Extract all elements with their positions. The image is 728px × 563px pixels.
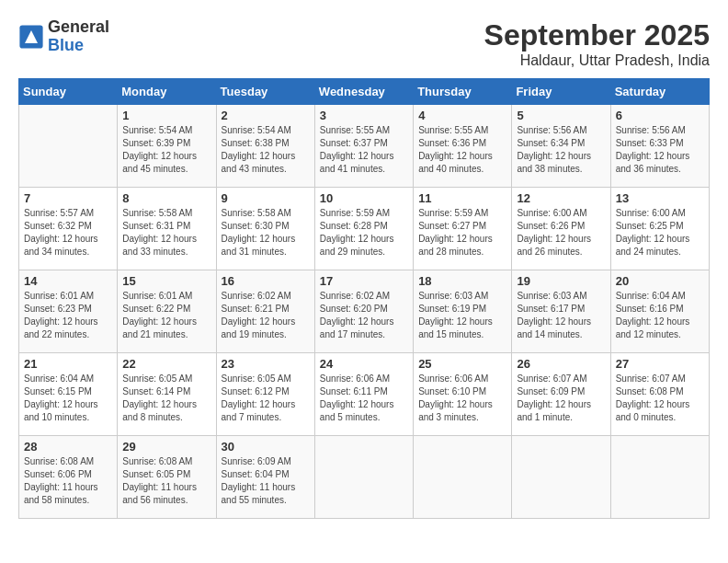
header: General Blue September 2025 Haldaur, Utt… xyxy=(18,18,710,69)
day-info: Sunrise: 6:02 AMSunset: 6:21 PMDaylight:… xyxy=(222,290,310,341)
calendar-cell: 19Sunrise: 6:03 AMSunset: 6:17 PMDayligh… xyxy=(512,270,610,353)
calendar-cell xyxy=(512,436,610,519)
day-info: Sunrise: 5:58 AMSunset: 6:30 PMDaylight:… xyxy=(222,207,310,259)
weekday-header-saturday: Saturday xyxy=(610,79,709,105)
weekday-header-sunday: Sunday xyxy=(19,79,118,105)
calendar-cell: 20Sunrise: 6:04 AMSunset: 6:16 PMDayligh… xyxy=(610,270,709,353)
day-number: 3 xyxy=(320,109,408,122)
day-number: 22 xyxy=(122,357,210,371)
calendar-cell: 26Sunrise: 6:07 AMSunset: 6:09 PMDayligh… xyxy=(512,353,610,436)
calendar-cell: 11Sunrise: 5:59 AMSunset: 6:27 PMDayligh… xyxy=(414,188,512,270)
calendar-cell: 17Sunrise: 6:02 AMSunset: 6:20 PMDayligh… xyxy=(314,270,413,353)
day-info: Sunrise: 6:07 AMSunset: 6:09 PMDaylight:… xyxy=(517,373,605,424)
calendar-cell: 6Sunrise: 5:56 AMSunset: 6:33 PMDaylight… xyxy=(610,105,709,188)
calendar-cell: 27Sunrise: 6:07 AMSunset: 6:08 PMDayligh… xyxy=(610,353,709,436)
calendar-cell: 15Sunrise: 6:01 AMSunset: 6:22 PMDayligh… xyxy=(118,270,216,353)
day-info: Sunrise: 6:05 AMSunset: 6:14 PMDaylight:… xyxy=(122,373,210,424)
day-info: Sunrise: 6:03 AMSunset: 6:17 PMDaylight:… xyxy=(517,290,605,341)
title-area: September 2025 Haldaur, Uttar Pradesh, I… xyxy=(484,18,710,69)
calendar-table: SundayMondayTuesdayWednesdayThursdayFrid… xyxy=(18,78,710,519)
day-number: 25 xyxy=(418,357,506,371)
day-number: 12 xyxy=(517,191,605,205)
calendar-cell: 16Sunrise: 6:02 AMSunset: 6:21 PMDayligh… xyxy=(216,270,314,353)
calendar-cell xyxy=(314,436,413,519)
day-info: Sunrise: 5:54 AMSunset: 6:38 PMDaylight:… xyxy=(222,124,310,176)
day-number: 14 xyxy=(24,274,112,288)
day-number: 19 xyxy=(517,274,605,288)
day-number: 13 xyxy=(616,191,704,205)
page-title: September 2025 xyxy=(484,18,710,52)
logo-text: General Blue xyxy=(48,18,109,55)
day-info: Sunrise: 6:04 AMSunset: 6:16 PMDaylight:… xyxy=(616,290,704,341)
logo: General Blue xyxy=(18,18,109,55)
day-number: 21 xyxy=(24,357,112,371)
calendar-cell xyxy=(19,105,118,188)
day-info: Sunrise: 6:01 AMSunset: 6:22 PMDaylight:… xyxy=(122,290,210,341)
calendar-cell: 7Sunrise: 5:57 AMSunset: 6:32 PMDaylight… xyxy=(19,188,118,270)
calendar-cell: 8Sunrise: 5:58 AMSunset: 6:31 PMDaylight… xyxy=(118,188,216,270)
day-info: Sunrise: 6:08 AMSunset: 6:06 PMDaylight:… xyxy=(24,455,112,507)
day-number: 5 xyxy=(517,109,605,122)
calendar-cell: 14Sunrise: 6:01 AMSunset: 6:23 PMDayligh… xyxy=(19,270,118,353)
day-info: Sunrise: 6:00 AMSunset: 6:25 PMDaylight:… xyxy=(616,207,704,259)
weekday-header-row: SundayMondayTuesdayWednesdayThursdayFrid… xyxy=(19,79,710,105)
calendar-cell: 13Sunrise: 6:00 AMSunset: 6:25 PMDayligh… xyxy=(610,188,709,270)
calendar-cell: 28Sunrise: 6:08 AMSunset: 6:06 PMDayligh… xyxy=(19,436,118,519)
day-number: 15 xyxy=(122,274,210,288)
calendar-cell: 18Sunrise: 6:03 AMSunset: 6:19 PMDayligh… xyxy=(414,270,512,353)
week-row-3: 14Sunrise: 6:01 AMSunset: 6:23 PMDayligh… xyxy=(19,270,710,353)
calendar-cell: 1Sunrise: 5:54 AMSunset: 6:39 PMDaylight… xyxy=(118,105,216,188)
day-info: Sunrise: 6:00 AMSunset: 6:26 PMDaylight:… xyxy=(517,207,605,259)
day-number: 1 xyxy=(122,109,210,122)
day-info: Sunrise: 6:06 AMSunset: 6:10 PMDaylight:… xyxy=(418,373,506,424)
weekday-header-tuesday: Tuesday xyxy=(216,79,314,105)
day-info: Sunrise: 5:59 AMSunset: 6:28 PMDaylight:… xyxy=(320,207,408,259)
day-number: 23 xyxy=(222,357,310,371)
calendar-cell: 9Sunrise: 5:58 AMSunset: 6:30 PMDaylight… xyxy=(216,188,314,270)
day-number: 6 xyxy=(616,109,704,122)
day-number: 17 xyxy=(320,274,408,288)
day-info: Sunrise: 6:05 AMSunset: 6:12 PMDaylight:… xyxy=(222,373,310,424)
calendar-cell: 10Sunrise: 5:59 AMSunset: 6:28 PMDayligh… xyxy=(314,188,413,270)
day-number: 26 xyxy=(517,357,605,371)
logo-icon xyxy=(18,24,44,50)
day-number: 18 xyxy=(418,274,506,288)
day-number: 28 xyxy=(24,440,112,454)
day-info: Sunrise: 5:59 AMSunset: 6:27 PMDaylight:… xyxy=(418,207,506,259)
day-number: 10 xyxy=(320,191,408,205)
week-row-4: 21Sunrise: 6:04 AMSunset: 6:15 PMDayligh… xyxy=(19,353,710,436)
weekday-header-wednesday: Wednesday xyxy=(314,79,413,105)
calendar-cell xyxy=(414,436,512,519)
calendar-cell: 12Sunrise: 6:00 AMSunset: 6:26 PMDayligh… xyxy=(512,188,610,270)
weekday-header-monday: Monday xyxy=(118,79,216,105)
day-info: Sunrise: 5:56 AMSunset: 6:33 PMDaylight:… xyxy=(616,124,704,176)
day-number: 2 xyxy=(222,109,310,122)
day-info: Sunrise: 5:58 AMSunset: 6:31 PMDaylight:… xyxy=(122,207,210,259)
day-info: Sunrise: 5:57 AMSunset: 6:32 PMDaylight:… xyxy=(24,207,112,259)
day-number: 24 xyxy=(320,357,408,371)
day-number: 8 xyxy=(122,191,210,205)
calendar-cell xyxy=(610,436,709,519)
calendar-cell: 23Sunrise: 6:05 AMSunset: 6:12 PMDayligh… xyxy=(216,353,314,436)
day-info: Sunrise: 6:09 AMSunset: 6:04 PMDaylight:… xyxy=(222,455,310,507)
day-info: Sunrise: 5:56 AMSunset: 6:34 PMDaylight:… xyxy=(517,124,605,176)
calendar-cell: 24Sunrise: 6:06 AMSunset: 6:11 PMDayligh… xyxy=(314,353,413,436)
calendar-cell: 29Sunrise: 6:08 AMSunset: 6:05 PMDayligh… xyxy=(118,436,216,519)
calendar-cell: 2Sunrise: 5:54 AMSunset: 6:38 PMDaylight… xyxy=(216,105,314,188)
page-subtitle: Haldaur, Uttar Pradesh, India xyxy=(484,52,710,69)
week-row-1: 1Sunrise: 5:54 AMSunset: 6:39 PMDaylight… xyxy=(19,105,710,188)
day-number: 29 xyxy=(122,440,210,454)
day-info: Sunrise: 5:55 AMSunset: 6:37 PMDaylight:… xyxy=(320,124,408,176)
day-number: 16 xyxy=(222,274,310,288)
weekday-header-thursday: Thursday xyxy=(414,79,512,105)
day-info: Sunrise: 6:06 AMSunset: 6:11 PMDaylight:… xyxy=(320,373,408,424)
day-number: 20 xyxy=(616,274,704,288)
week-row-2: 7Sunrise: 5:57 AMSunset: 6:32 PMDaylight… xyxy=(19,188,710,270)
day-info: Sunrise: 5:55 AMSunset: 6:36 PMDaylight:… xyxy=(418,124,506,176)
calendar-cell: 21Sunrise: 6:04 AMSunset: 6:15 PMDayligh… xyxy=(19,353,118,436)
calendar-cell: 22Sunrise: 6:05 AMSunset: 6:14 PMDayligh… xyxy=(118,353,216,436)
day-info: Sunrise: 6:07 AMSunset: 6:08 PMDaylight:… xyxy=(616,373,704,424)
day-info: Sunrise: 5:54 AMSunset: 6:39 PMDaylight:… xyxy=(122,124,210,176)
day-info: Sunrise: 6:03 AMSunset: 6:19 PMDaylight:… xyxy=(418,290,506,341)
calendar-cell: 5Sunrise: 5:56 AMSunset: 6:34 PMDaylight… xyxy=(512,105,610,188)
